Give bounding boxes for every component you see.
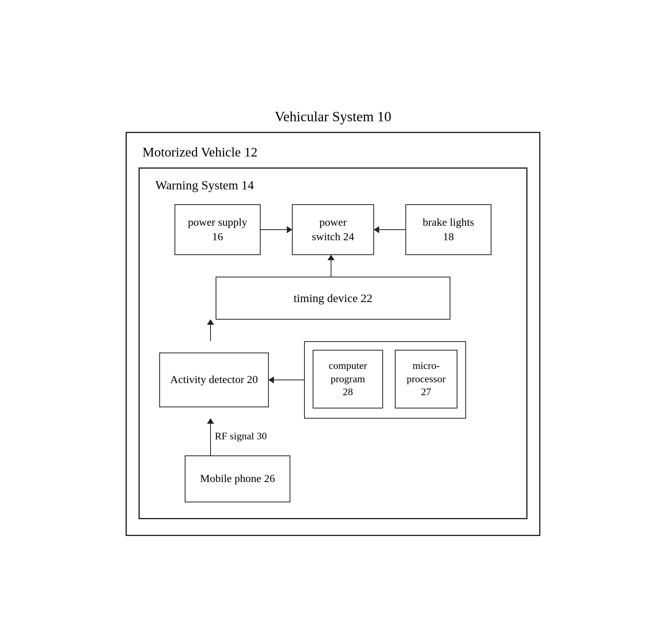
arrow-supply-to-switch — [261, 229, 292, 230]
rf-mobile-section: RF signal 30 Mobile phone 26 — [151, 419, 515, 502]
brake-lights-label-1: brake lights — [423, 215, 474, 229]
computer-label-3: 28 — [329, 385, 367, 399]
power-switch-label-1: power — [312, 215, 354, 229]
connector-mobile-to-activity-1 — [210, 419, 211, 438]
microprocessor-label-2: processor — [407, 372, 446, 386]
block-timing-device: timing device 22 — [216, 277, 450, 320]
arrow-brake-to-switch — [374, 229, 405, 230]
block-microprocessor: micro- processor 27 — [395, 350, 457, 408]
computer-label-1: computer — [329, 359, 367, 372]
rf-signal-label: RF signal 30 — [215, 430, 267, 442]
block-computer-program: computer program 28 — [313, 350, 383, 408]
power-supply-label-2: 16 — [188, 230, 247, 244]
timing-device-label: timing device 22 — [293, 290, 373, 306]
brake-lights-label-2: 18 — [423, 230, 474, 244]
power-supply-label-1: power supply — [188, 215, 247, 229]
title-vehicular: Vehicular System 10 — [275, 108, 391, 125]
title-warning: Warning System 14 — [151, 178, 515, 192]
mid-row: Activity detector 20 computer program 28 — [151, 341, 515, 419]
block-activity-detector: Activity detector 20 — [159, 353, 269, 407]
title-motorized: Motorized Vehicle 12 — [139, 145, 527, 160]
computer-label-2: program — [329, 372, 367, 386]
connector-activity-to-timing — [151, 320, 515, 341]
block-power-switch: power switch 24 — [292, 204, 374, 255]
warning-system-box: Warning System 14 power supply 16 power — [139, 167, 527, 519]
block-brake-lights: brake lights 18 — [405, 204, 491, 255]
diagram-root: Vehicular System 10 Motorized Vehicle 12… — [118, 108, 548, 536]
arrow-computer-to-activity — [269, 380, 304, 380]
right-inner-box: computer program 28 micro- processor 27 — [304, 341, 466, 419]
connector-mobile-to-activity-2 — [210, 436, 211, 455]
timing-device-row: timing device 22 — [151, 277, 515, 320]
connector-timing-to-switch — [148, 255, 515, 277]
mobile-phone-label: Mobile phone 26 — [200, 471, 275, 486]
microprocessor-label-1: micro- — [407, 359, 446, 372]
block-mobile-phone: Mobile phone 26 — [185, 455, 290, 502]
activity-detector-label: Activity detector 20 — [170, 372, 258, 387]
power-switch-label-2: switch 24 — [312, 230, 354, 244]
block-power-supply: power supply 16 — [175, 204, 261, 255]
motorized-vehicle-box: Motorized Vehicle 12 Warning System 14 p… — [126, 132, 540, 536]
microprocessor-label-3: 27 — [407, 385, 446, 399]
